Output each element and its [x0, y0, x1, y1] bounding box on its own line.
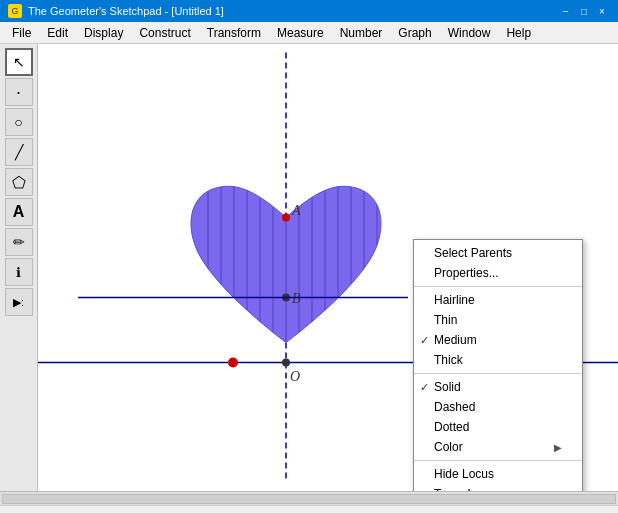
ctx-thin[interactable]: Thin	[414, 310, 582, 330]
menu-window[interactable]: Window	[440, 22, 499, 43]
tool-arrow[interactable]: ↖	[5, 48, 33, 76]
ctx-color-arrow: ▶	[554, 442, 562, 453]
menu-file[interactable]: File	[4, 22, 39, 43]
svg-point-16	[282, 214, 290, 222]
scrollbar-track[interactable]	[2, 494, 616, 504]
minimize-button[interactable]: −	[558, 3, 574, 19]
ctx-dashed[interactable]: Dashed	[414, 397, 582, 417]
status-bar: Increase the number of samples displayed…	[0, 505, 618, 513]
ctx-sep-2	[414, 373, 582, 374]
ctx-solid[interactable]: Solid	[414, 377, 582, 397]
ctx-color[interactable]: Color ▶	[414, 437, 582, 457]
menu-edit[interactable]: Edit	[39, 22, 76, 43]
app-icon: G	[8, 4, 22, 18]
context-menu: Select Parents Properties... Hairline Th…	[413, 239, 583, 491]
title-bar-left: G The Geometer's Sketchpad - [Untitled 1…	[8, 4, 224, 18]
tool-point[interactable]: ·	[5, 78, 33, 106]
tool-compass[interactable]: ○	[5, 108, 33, 136]
maximize-button[interactable]: □	[576, 3, 592, 19]
title-bar-controls: − □ ×	[558, 3, 610, 19]
scrollbar-bottom[interactable]	[0, 491, 618, 505]
svg-text:A: A	[291, 203, 301, 218]
tool-line[interactable]: ╱	[5, 138, 33, 166]
menu-number[interactable]: Number	[332, 22, 391, 43]
title-bar-text: The Geometer's Sketchpad - [Untitled 1]	[28, 5, 224, 17]
ctx-properties[interactable]: Properties...	[414, 263, 582, 283]
tool-info[interactable]: ℹ	[5, 258, 33, 286]
tool-text[interactable]: A	[5, 198, 33, 226]
ctx-dotted[interactable]: Dotted	[414, 417, 582, 437]
menu-help[interactable]: Help	[498, 22, 539, 43]
ctx-select-parents[interactable]: Select Parents	[414, 243, 582, 263]
menu-graph[interactable]: Graph	[390, 22, 439, 43]
title-bar: G The Geometer's Sketchpad - [Untitled 1…	[0, 0, 618, 22]
svg-point-20	[282, 359, 290, 367]
menu-measure[interactable]: Measure	[269, 22, 332, 43]
menu-construct[interactable]: Construct	[131, 22, 198, 43]
svg-point-22	[228, 358, 238, 368]
menu-transform[interactable]: Transform	[199, 22, 269, 43]
ctx-trace-locus[interactable]: Trace Locus	[414, 484, 582, 491]
tool-custom[interactable]: ▶:	[5, 288, 33, 316]
toolbar: ↖ · ○ ╱ ⬠ A ✏ ℹ ▶:	[0, 44, 38, 491]
ctx-thick[interactable]: Thick	[414, 350, 582, 370]
tool-pencil[interactable]: ✏	[5, 228, 33, 256]
main-layout: ↖ · ○ ╱ ⬠ A ✏ ℹ ▶:	[0, 44, 618, 491]
ctx-hairline[interactable]: Hairline	[414, 290, 582, 310]
menu-display[interactable]: Display	[76, 22, 131, 43]
ctx-sep-1	[414, 286, 582, 287]
menu-bar: File Edit Display Construct Transform Me…	[0, 22, 618, 44]
tool-polygon[interactable]: ⬠	[5, 168, 33, 196]
canvas-area[interactable]: A B O Select Parents Properties...	[38, 44, 618, 491]
ctx-hide-locus[interactable]: Hide Locus	[414, 464, 582, 484]
close-button[interactable]: ×	[594, 3, 610, 19]
ctx-medium[interactable]: Medium	[414, 330, 582, 350]
svg-text:O: O	[290, 369, 300, 384]
ctx-sep-3	[414, 460, 582, 461]
